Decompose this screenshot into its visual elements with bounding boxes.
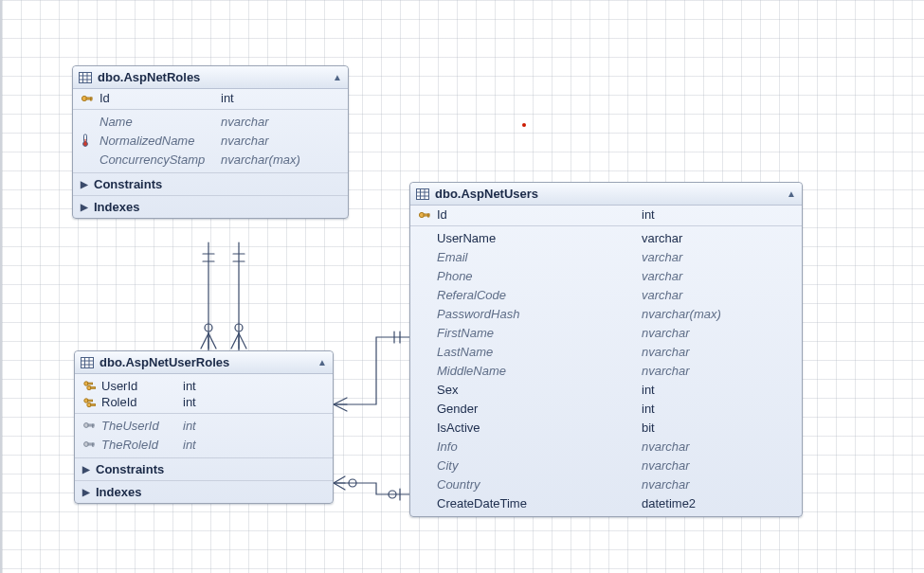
column-type: nvarchar(max) xyxy=(642,307,794,321)
table-body: UserId int RoleId int TheUserId int xyxy=(75,374,333,503)
column-name: Country xyxy=(437,477,642,492)
table-title: dbo.AspNetUsers xyxy=(435,187,787,201)
constraints-section[interactable]: ▶ Constraints xyxy=(75,457,333,480)
column-type: bit xyxy=(642,421,794,435)
svg-line-21 xyxy=(334,483,345,490)
column-name: UserId xyxy=(101,379,183,393)
column-type: varchar xyxy=(642,231,794,245)
constraints-section[interactable]: ▶ Constraints xyxy=(73,172,348,195)
column-row[interactable]: Id int xyxy=(73,91,348,110)
column-name: TheUserId xyxy=(101,419,183,433)
column-row[interactable]: Infonvarchar xyxy=(410,437,802,456)
collapse-toggle-icon[interactable]: ▲ xyxy=(787,188,796,199)
table-header[interactable]: dbo.AspNetUserRoles ▲ xyxy=(75,351,333,374)
column-row[interactable]: Idint xyxy=(410,207,802,226)
column-row[interactable]: Emailvarchar xyxy=(410,247,802,266)
indexes-section[interactable]: ▶ Indexes xyxy=(75,480,333,503)
column-row[interactable]: PasswordHashnvarchar(max) xyxy=(410,304,802,323)
column-name: PasswordHash xyxy=(437,307,642,321)
svg-rect-62 xyxy=(428,214,429,217)
svg-line-12 xyxy=(239,333,246,349)
column-row[interactable]: UserNamevarchar xyxy=(410,228,802,247)
column-row[interactable]: Genderint xyxy=(410,399,802,418)
svg-point-10 xyxy=(235,324,243,331)
column-name: Gender xyxy=(437,402,642,416)
column-name: ReferalCode xyxy=(437,288,642,302)
table-aspnetroles[interactable]: dbo.AspNetRoles ▲ Id int Name nvarchar xyxy=(72,65,349,219)
column-type: varchar xyxy=(642,288,794,302)
table-body: IdintUserNamevarcharEmailvarcharPhonevar… xyxy=(410,206,802,516)
table-grid-icon xyxy=(79,72,92,83)
column-row[interactable]: Sexint xyxy=(410,380,802,399)
svg-rect-44 xyxy=(91,387,96,389)
column-name: Name xyxy=(100,115,221,129)
indexes-section[interactable]: ▶ Indexes xyxy=(73,195,348,218)
column-name: Info xyxy=(437,439,642,454)
svg-rect-54 xyxy=(93,443,94,446)
column-row[interactable]: Countrynvarchar xyxy=(410,475,802,493)
column-type: datetime2 xyxy=(642,496,794,510)
svg-line-4 xyxy=(201,333,208,349)
column-name: RoleId xyxy=(101,395,183,409)
svg-line-15 xyxy=(334,404,347,411)
svg-rect-35 xyxy=(84,139,85,143)
column-type: int xyxy=(183,419,325,433)
column-type: nvarchar xyxy=(221,134,340,148)
column-row[interactable]: ReferalCodevarchar xyxy=(410,285,802,304)
fk-key-icon xyxy=(82,439,101,450)
column-row[interactable]: FirstNamenvarchar xyxy=(410,323,802,342)
column-name: UserName xyxy=(437,231,642,245)
column-type: nvarchar xyxy=(642,439,794,454)
column-row[interactable]: TheRoleId int xyxy=(75,435,333,454)
column-row[interactable]: NormalizedName nvarchar xyxy=(73,131,348,150)
column-type: nvarchar xyxy=(642,477,794,492)
pk-fk-key-icon xyxy=(82,397,101,408)
pk-fk-key-icon xyxy=(82,380,101,391)
column-name: TheRoleId xyxy=(101,438,183,452)
table-aspnetuserroles[interactable]: dbo.AspNetUserRoles ▲ UserId int RoleId xyxy=(74,350,334,504)
red-marker xyxy=(522,123,526,127)
table-header[interactable]: dbo.AspNetRoles ▲ xyxy=(73,66,348,89)
column-row[interactable]: Phonevarchar xyxy=(410,266,802,285)
collapse-toggle-icon[interactable]: ▲ xyxy=(333,72,342,82)
column-type: int xyxy=(221,91,340,105)
svg-rect-42 xyxy=(88,383,93,385)
expand-triangle-icon: ▶ xyxy=(81,179,88,189)
column-row[interactable]: TheUserId int xyxy=(75,416,333,435)
column-row[interactable]: ConcurrencyStamp nvarchar(max) xyxy=(73,150,348,169)
column-name: Email xyxy=(437,250,642,264)
svg-rect-32 xyxy=(91,98,92,100)
column-type: int xyxy=(642,402,794,416)
column-row[interactable]: IsActivebit xyxy=(410,418,802,437)
column-type: nvarchar xyxy=(642,458,794,473)
column-row[interactable]: UserId int xyxy=(75,376,333,395)
column-row[interactable]: LastNamenvarchar xyxy=(410,342,802,361)
column-name: ConcurrencyStamp xyxy=(100,152,221,167)
column-name: Sex xyxy=(437,383,642,397)
column-type: nvarchar xyxy=(642,326,794,340)
section-label: Constraints xyxy=(94,177,162,191)
column-type: nvarchar xyxy=(221,115,340,129)
collapse-toggle-icon[interactable]: ▲ xyxy=(317,357,327,367)
column-type: nvarchar xyxy=(642,364,794,378)
erd-canvas[interactable]: dbo.AspNetRoles ▲ Id int Name nvarchar xyxy=(0,0,924,573)
column-row[interactable]: Citynvarchar xyxy=(410,456,802,475)
svg-point-19 xyxy=(349,479,356,487)
column-row[interactable]: CreateDateTimedatetime2 xyxy=(410,493,802,512)
column-type: int xyxy=(183,438,325,452)
column-type: int xyxy=(642,207,794,222)
column-name: NormalizedName xyxy=(100,134,221,148)
svg-point-23 xyxy=(389,491,396,498)
column-row[interactable]: Name nvarchar xyxy=(73,112,348,131)
section-label: Constraints xyxy=(96,462,164,476)
table-aspnetusers[interactable]: dbo.AspNetUsers ▲ IdintUserNamevarcharEm… xyxy=(409,182,803,517)
column-type: nvarchar(max) xyxy=(221,152,340,167)
column-row[interactable]: MiddleNamenvarchar xyxy=(410,361,802,380)
svg-line-20 xyxy=(334,476,345,483)
pk-key-icon xyxy=(81,93,100,104)
column-row[interactable]: RoleId int xyxy=(75,395,333,414)
table-header[interactable]: dbo.AspNetUsers ▲ xyxy=(410,183,802,206)
table-grid-icon xyxy=(81,357,94,368)
table-body: Id int Name nvarchar NormalizedName nvar… xyxy=(73,89,348,218)
svg-rect-36 xyxy=(82,357,94,367)
